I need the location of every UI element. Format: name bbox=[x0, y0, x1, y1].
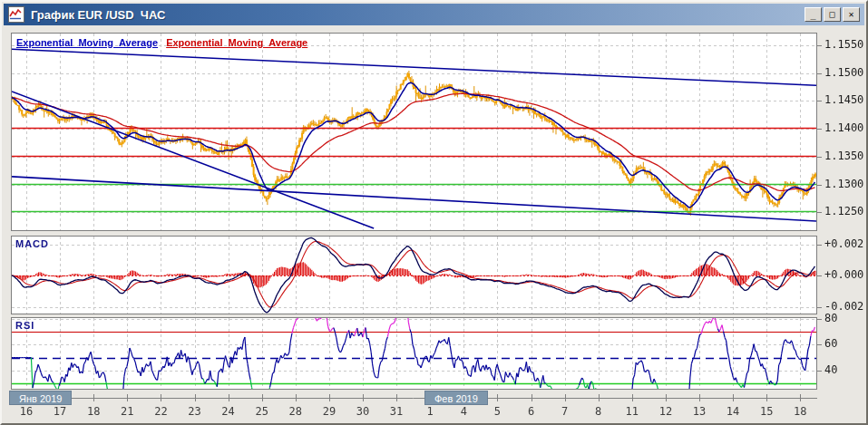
date-label: 24 bbox=[215, 405, 242, 418]
date-label: 21 bbox=[113, 405, 141, 418]
date-label: 18 bbox=[80, 405, 107, 418]
macd-axis-label: -0.002 bbox=[824, 300, 863, 313]
date-label: 1 bbox=[416, 405, 444, 418]
date-label: 30 bbox=[349, 405, 376, 418]
price-axis-label: 1.1300 bbox=[824, 178, 863, 190]
date-label: 14 bbox=[719, 405, 746, 418]
date-label: 12 bbox=[652, 405, 679, 418]
date-label: 16 bbox=[13, 405, 40, 418]
macd-panel[interactable] bbox=[11, 236, 817, 314]
date-label: 17 bbox=[46, 405, 73, 418]
date-label: 13 bbox=[686, 405, 713, 418]
rsi-label: RSI bbox=[15, 320, 34, 331]
macd-label: MACD bbox=[15, 238, 49, 249]
date-label: 31 bbox=[383, 405, 410, 418]
minimize-button[interactable]: _ bbox=[805, 7, 822, 22]
date-label: 6 bbox=[518, 405, 545, 418]
rsi-axis-label: 40 bbox=[824, 363, 837, 376]
macd-axis-label: +0.000 bbox=[824, 268, 863, 281]
ema-fast-legend[interactable]: Exponential_Moving_Average bbox=[16, 37, 158, 48]
price-axis-label: 1.1350 bbox=[824, 150, 863, 162]
date-label: 29 bbox=[316, 405, 343, 418]
window-controls: _ □ ✕ bbox=[805, 7, 860, 22]
price-axis-label: 1.1450 bbox=[824, 93, 863, 106]
close-button[interactable]: ✕ bbox=[843, 7, 860, 22]
date-label: 7 bbox=[551, 405, 579, 418]
price-chart-panel[interactable] bbox=[11, 33, 817, 231]
date-label: 5 bbox=[483, 405, 511, 418]
date-label: 18 bbox=[786, 405, 814, 418]
month-badge-feb: Фев 2019 bbox=[424, 391, 488, 405]
date-label: 25 bbox=[249, 405, 276, 418]
date-label: 15 bbox=[753, 405, 780, 418]
price-axis-label: 1.1250 bbox=[824, 205, 863, 217]
rsi-panel[interactable] bbox=[11, 317, 817, 390]
date-label: 23 bbox=[181, 405, 209, 418]
month-badge-jan: Янв 2019 bbox=[9, 391, 72, 405]
maximize-button[interactable]: □ bbox=[824, 7, 841, 22]
chart-app-icon bbox=[8, 6, 24, 23]
date-label: 22 bbox=[147, 405, 174, 418]
window-title: График EUR /USD ЧАС bbox=[31, 8, 165, 22]
date-label: 8 bbox=[585, 405, 612, 418]
rsi-axis-label: 60 bbox=[824, 337, 837, 350]
title-bar[interactable]: График EUR /USD ЧАС _ □ ✕ bbox=[4, 4, 864, 25]
date-label: 11 bbox=[619, 405, 646, 418]
price-axis-label: 1.1550 bbox=[824, 38, 863, 51]
date-label: 28 bbox=[282, 405, 309, 418]
ema-slow-legend[interactable]: Exponential_Moving_Average bbox=[166, 37, 307, 48]
indicator-legend: Exponential_Moving_Average Exponential_M… bbox=[16, 37, 307, 48]
rsi-axis-label: 80 bbox=[824, 312, 837, 324]
chart-window: График EUR /USD ЧАС _ □ ✕ Exponential_Mo… bbox=[0, 0, 868, 425]
price-axis-label: 1.1500 bbox=[824, 66, 863, 79]
date-label: 4 bbox=[450, 405, 477, 418]
macd-axis-label: +0.002 bbox=[824, 237, 863, 250]
price-axis-label: 1.1400 bbox=[824, 121, 863, 134]
